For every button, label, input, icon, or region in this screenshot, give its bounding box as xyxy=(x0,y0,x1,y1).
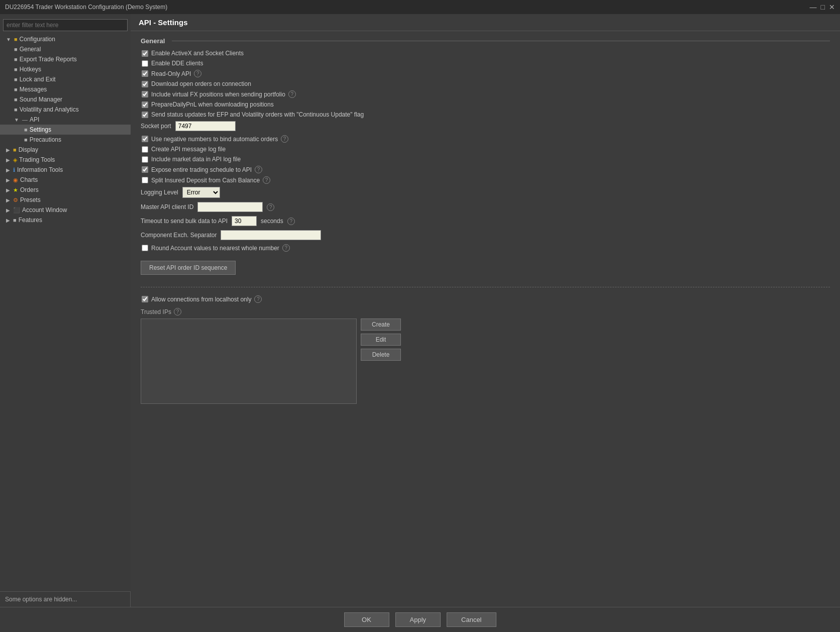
content-area: API - Settings General Enable ActiveX an… xyxy=(131,14,840,607)
help-readonly-api-icon[interactable]: ? xyxy=(194,70,201,77)
sidebar-item-label: Information Tools xyxy=(17,166,63,173)
doc-icon: ■ xyxy=(14,107,18,113)
checkbox-create-api-log[interactable] xyxy=(142,146,148,153)
doc-icon: ■ xyxy=(24,127,28,133)
label-send-status-updates[interactable]: Send status updates for EFP and Volatili… xyxy=(151,111,364,118)
option-enable-dde: Enable DDE clients xyxy=(141,60,830,67)
checkbox-prepare-daily-pnl[interactable] xyxy=(142,101,148,108)
section-divider xyxy=(141,287,830,287)
folder-icon: ■ xyxy=(14,36,18,42)
maximize-icon[interactable]: □ xyxy=(821,3,825,11)
sidebar-item-lock-and-exit[interactable]: ■ Lock and Exit xyxy=(0,74,131,84)
logging-level-dropdown[interactable]: Error Warning Info Debug xyxy=(182,187,220,198)
trusted-ip-row: Create Edit Delete xyxy=(141,319,830,404)
sidebar-item-hotkeys[interactable]: ■ Hotkeys xyxy=(0,64,131,74)
reset-api-order-id-button[interactable]: Reset API order ID sequence xyxy=(141,261,236,275)
expand-icon: ▼ xyxy=(14,117,19,123)
checkbox-enable-dde[interactable] xyxy=(142,60,148,67)
help-virtual-fx-icon[interactable]: ? xyxy=(288,90,296,98)
label-download-open-orders[interactable]: Download open orders on connection xyxy=(151,80,251,87)
label-enable-activex[interactable]: Enable ActiveX and Socket Clients xyxy=(151,50,244,57)
sidebar-item-api-precautions[interactable]: ■ Precautions xyxy=(0,135,131,145)
option-enable-activex: Enable ActiveX and Socket Clients xyxy=(141,50,830,57)
label-use-negative-numbers[interactable]: Use negative numbers to bind automatic o… xyxy=(151,136,278,143)
minimize-icon[interactable]: — xyxy=(810,3,817,11)
label-allow-localhost[interactable]: Allow connections from localhost only xyxy=(151,296,251,303)
delete-ip-button[interactable]: Delete xyxy=(361,349,401,361)
apply-button[interactable]: Apply xyxy=(395,612,441,627)
create-ip-button[interactable]: Create xyxy=(361,319,401,331)
label-readonly-api[interactable]: Read-Only API xyxy=(151,70,191,77)
help-negative-icon[interactable]: ? xyxy=(281,135,288,143)
option-split-insured: Split Insured Deposit from Cash Balance … xyxy=(141,176,830,184)
checkbox-include-virtual-fx[interactable] xyxy=(142,91,148,97)
sidebar-item-volatility-analytics[interactable]: ■ Volatility and Analytics xyxy=(0,104,131,115)
help-trusted-ip-icon[interactable]: ? xyxy=(174,308,181,315)
label-split-insured[interactable]: Split Insured Deposit from Cash Balance xyxy=(151,177,260,184)
label-prepare-daily-pnl[interactable]: PrepareDailyPnL when downloading positio… xyxy=(151,101,274,108)
checkbox-send-status-updates[interactable] xyxy=(142,112,148,118)
label-create-api-log[interactable]: Create API message log file xyxy=(151,146,226,153)
account-icon: ⬛ xyxy=(13,207,20,214)
sidebar-item-features[interactable]: ▶ ■ Features xyxy=(0,215,131,225)
option-include-market-data: Include market data in API log file xyxy=(141,156,830,163)
sidebar-item-messages[interactable]: ■ Messages xyxy=(0,84,131,94)
checkbox-round-account[interactable] xyxy=(142,245,148,251)
ok-button[interactable]: OK xyxy=(344,612,389,627)
sidebar-item-label: API xyxy=(30,116,39,123)
help-round-account-icon[interactable]: ? xyxy=(282,244,290,252)
title-bar: DU226954 Trader Workstation Configuratio… xyxy=(0,0,840,14)
timeout-input[interactable] xyxy=(232,216,257,226)
sidebar-item-export-trade-reports[interactable]: ■ Export Trade Reports xyxy=(0,54,131,64)
sidebar-item-sound-manager[interactable]: ■ Sound Manager xyxy=(0,94,131,104)
checkbox-readonly-api[interactable] xyxy=(142,70,148,77)
sidebar-item-display[interactable]: ▶ ■ Display xyxy=(0,145,131,155)
checkbox-include-market-data[interactable] xyxy=(142,156,148,163)
master-api-client-id-input[interactable] xyxy=(197,202,263,212)
doc-icon: ■ xyxy=(14,76,18,82)
doc-icon: ■ xyxy=(14,46,18,52)
help-schedule-icon[interactable]: ? xyxy=(255,166,262,173)
close-icon[interactable]: ✕ xyxy=(829,3,835,11)
checkbox-use-negative-numbers[interactable] xyxy=(142,136,148,142)
sidebar-item-label: Presets xyxy=(20,196,41,203)
label-include-virtual-fx[interactable]: Include virtual FX positions when sendin… xyxy=(151,91,285,98)
label-enable-dde[interactable]: Enable DDE clients xyxy=(151,60,203,67)
sidebar-item-configuration[interactable]: ▼ ■ Configuration xyxy=(0,34,131,44)
sidebar-item-trading-tools[interactable]: ▶ ◈ Trading Tools xyxy=(0,155,131,165)
expand-icon: ▶ xyxy=(6,147,10,153)
checkbox-expose-trading-schedule[interactable] xyxy=(142,166,148,173)
sidebar-item-account-window[interactable]: ▶ ⬛ Account Window xyxy=(0,205,131,215)
presets-icon: ⚙ xyxy=(13,197,18,203)
logging-level-label: Logging Level xyxy=(141,189,178,196)
doc-icon: ■ xyxy=(13,217,17,223)
label-round-account[interactable]: Round Account values to nearest whole nu… xyxy=(151,245,279,252)
option-include-virtual-fx: Include virtual FX positions when sendin… xyxy=(141,90,830,98)
filter-input[interactable] xyxy=(3,19,128,31)
checkbox-enable-activex[interactable] xyxy=(142,50,148,57)
help-master-api-icon[interactable]: ? xyxy=(267,203,274,211)
sidebar-item-general[interactable]: ■ General xyxy=(0,44,131,54)
help-localhost-icon[interactable]: ? xyxy=(254,295,262,303)
sidebar-item-presets[interactable]: ▶ ⚙ Presets xyxy=(0,195,131,205)
sidebar-item-charts[interactable]: ▶ ◉ Charts xyxy=(0,175,131,185)
socket-port-input[interactable] xyxy=(175,121,236,131)
sidebar-item-information-tools[interactable]: ▶ ℹ Information Tools xyxy=(0,165,131,175)
help-split-icon[interactable]: ? xyxy=(263,176,270,184)
expand-icon: ▶ xyxy=(6,197,10,203)
cancel-button[interactable]: Cancel xyxy=(447,612,496,627)
label-expose-trading-schedule[interactable]: Expose entire trading schedule to API xyxy=(151,166,252,173)
checkbox-download-open-orders[interactable] xyxy=(142,81,148,87)
help-timeout-icon[interactable]: ? xyxy=(287,218,295,225)
checkbox-allow-localhost[interactable] xyxy=(142,296,148,302)
some-hidden-notice: Some options are hidden... xyxy=(0,591,130,607)
sidebar-item-orders[interactable]: ▶ ★ Orders xyxy=(0,185,131,195)
expand-icon: ▶ xyxy=(6,177,10,183)
edit-ip-button[interactable]: Edit xyxy=(361,334,401,346)
component-exch-sep-input[interactable] xyxy=(221,230,321,240)
label-include-market-data[interactable]: Include market data in API log file xyxy=(151,156,241,163)
checkbox-split-insured[interactable] xyxy=(142,177,148,183)
sidebar-item-api[interactable]: ▼ — API xyxy=(0,115,131,125)
bottom-bar: OK Apply Cancel xyxy=(0,607,840,632)
sidebar-item-api-settings[interactable]: ■ Settings xyxy=(0,125,131,135)
